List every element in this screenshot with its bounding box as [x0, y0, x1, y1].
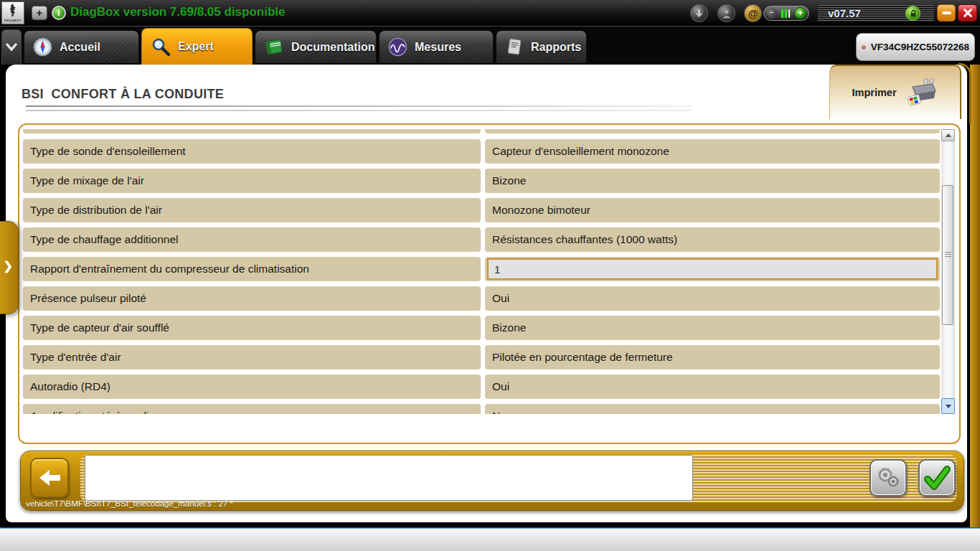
tab-documentation[interactable]: Documentation: [255, 30, 377, 63]
tab-label: Accueil: [60, 41, 100, 54]
volume-level: [781, 9, 790, 18]
side-panel-handle[interactable]: ❯: [0, 221, 19, 314]
title-separator: [26, 105, 692, 107]
minimize-icon: [942, 11, 951, 14]
scrollbar-grip: [945, 252, 951, 258]
param-label: Présence pulseur piloté: [23, 286, 481, 311]
table-row: Type de capteur d'air soufflé Bizone: [23, 316, 940, 340]
param-label: Type de capteur d'air soufflé: [23, 316, 481, 340]
param-label: Type de sonde d'ensoleillement: [23, 139, 481, 164]
print-label: Imprimer: [852, 87, 896, 98]
arrow-up-icon: [946, 133, 951, 137]
param-value: [485, 257, 940, 281]
scrollbar-thumb[interactable]: [942, 185, 953, 325]
parameters-viewport: Type de sonde d'ensoleillement Capteur d…: [23, 129, 940, 414]
print-button[interactable]: Imprimer: [829, 65, 961, 119]
param-label: Rapport d'entraînement du compresseur de…: [23, 257, 481, 281]
param-label: Type d'entrée d'air: [23, 345, 481, 369]
param-input[interactable]: [487, 258, 938, 280]
page-title: BSI CONFORT À LA CONDUITE: [22, 87, 224, 102]
title-bar: PEUGEOT + i DiagBox version 7.69/8.05 di…: [0, 0, 980, 27]
magnifier-icon: [151, 37, 171, 57]
table-row: Présence pulseur piloté Oui: [23, 286, 940, 311]
home-compass-icon: [33, 37, 52, 57]
arrow-down-icon: [946, 405, 951, 408]
download-button[interactable]: [690, 4, 708, 22]
status-path: vehicle\T7\BMF\BSI\T7_BSI_telecodage_man…: [26, 499, 233, 508]
user-button[interactable]: [717, 4, 735, 22]
version-area: v07.57: [818, 5, 934, 22]
close-button[interactable]: [958, 4, 977, 22]
tab-rapports[interactable]: Rapports: [496, 30, 587, 63]
volume-minus-icon[interactable]: −: [766, 8, 777, 19]
param-value[interactable]: Bizone: [485, 169, 940, 193]
update-message: DiagBox version 7.69/8.05 disponible: [70, 5, 286, 19]
email-button[interactable]: @: [744, 4, 762, 22]
windows-taskbar: FR 12:06 03/07/2015: [0, 527, 980, 551]
title-separator-2: [26, 110, 692, 111]
back-button[interactable]: [30, 458, 69, 498]
settings-button[interactable]: [870, 459, 907, 496]
add-button[interactable]: +: [32, 6, 47, 20]
tab-accueil[interactable]: Accueil: [24, 30, 139, 63]
power-icon: [862, 38, 866, 57]
table-scrollbar[interactable]: [941, 129, 955, 414]
validate-button[interactable]: [918, 459, 956, 496]
param-label: Autoradio (RD4): [23, 375, 481, 399]
table-row: Rapport d'entraînement du compresseur de…: [23, 257, 940, 281]
table-row: Autoradio (RD4) Oui: [23, 375, 940, 399]
version-label: v07.57: [828, 7, 861, 19]
brand-label: PEUGEOT: [4, 19, 22, 22]
report-icon: [505, 37, 524, 57]
table-row: Type de sonde d'ensoleillement Capteur d…: [23, 139, 940, 164]
lock-icon[interactable]: [905, 6, 920, 21]
param-label: Type de chauffage additionnel: [23, 227, 481, 252]
tab-label: Mesures: [415, 41, 461, 54]
tabs-collapse-button[interactable]: [1, 29, 22, 65]
diagbox-window: PEUGEOT + i DiagBox version 7.69/8.05 di…: [0, 0, 980, 551]
printer-icon: [905, 78, 938, 107]
param-value[interactable]: Résistances chauffantes (1000 watts): [485, 227, 940, 252]
table-row: Type de distribution de l'air Monozone b…: [23, 198, 940, 222]
param-value[interactable]: Monozone bimoteur: [485, 198, 940, 222]
clipped-row-top: [23, 129, 940, 133]
waveform-icon: [388, 37, 407, 57]
param-label: Type de distribution de l'air: [23, 198, 481, 222]
param-value[interactable]: Oui: [485, 286, 940, 311]
info-icon[interactable]: i: [52, 6, 66, 20]
at-icon: @: [748, 8, 758, 19]
check-icon: [923, 465, 951, 491]
param-label: Amplification stéréo radio: [23, 404, 481, 414]
scroll-up-button[interactable]: [941, 129, 955, 141]
peugeot-logo: PEUGEOT: [1, 1, 24, 24]
param-value[interactable]: Pilotée en pourcentage de fermeture: [485, 345, 940, 369]
vin-label: VF34C9HZC55072268: [871, 42, 969, 52]
table-row: Type d'entrée d'air Pilotée en pourcenta…: [23, 345, 940, 369]
tab-bar: Accueil Expert Documentation: [0, 27, 980, 65]
tab-mesures[interactable]: Mesures: [379, 30, 494, 63]
download-icon: [694, 9, 704, 18]
window-frame-strip: [970, 65, 980, 527]
tab-expert[interactable]: Expert: [141, 28, 253, 65]
arrow-left-icon: [37, 468, 62, 488]
param-value[interactable]: Capteur d'ensoleillement monozone: [485, 139, 940, 164]
book-icon: [264, 38, 284, 57]
param-value[interactable]: Bizone: [485, 316, 940, 340]
param-label: Type de mixage de l'air: [23, 169, 481, 193]
param-value[interactable]: Non: [485, 404, 940, 414]
user-icon: [722, 9, 732, 19]
vin-button[interactable]: VF34C9HZC55072268: [856, 33, 975, 61]
chevron-right-icon: ❯: [4, 259, 13, 273]
table-row: Type de chauffage additionnel Résistance…: [23, 227, 940, 252]
chevron-down-icon: [6, 43, 17, 52]
param-value[interactable]: Oui: [485, 375, 940, 399]
gears-icon: [875, 464, 902, 491]
lion-icon: [6, 4, 19, 18]
scroll-down-button[interactable]: [941, 398, 955, 414]
volume-control[interactable]: − +: [763, 6, 809, 21]
minimize-button[interactable]: [937, 4, 956, 22]
tab-label: Documentation: [291, 41, 374, 54]
message-box: [85, 455, 693, 501]
volume-plus-icon[interactable]: +: [794, 7, 806, 19]
table-row clipped-row-bottom: Amplification stéréo radio Non: [23, 404, 940, 414]
